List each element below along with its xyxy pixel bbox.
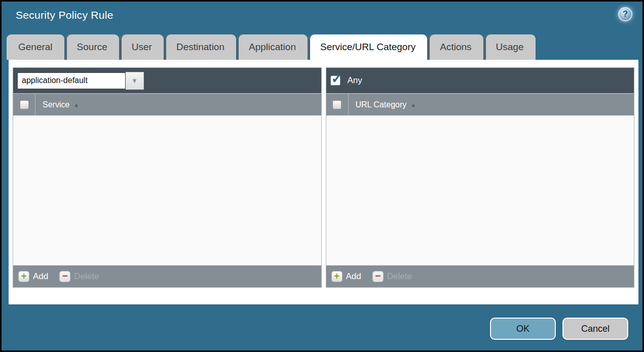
- sort-ascending-icon: ▲: [73, 102, 79, 108]
- check-icon: ✓: [331, 72, 343, 85]
- service-type-dropdown-button[interactable]: ▼: [126, 72, 144, 90]
- minus-icon: −: [372, 271, 384, 282]
- minus-icon: −: [59, 271, 70, 282]
- security-policy-rule-dialog: Security Policy Rule ? General Source Us…: [0, 0, 644, 352]
- url-category-column-label: URL Category: [356, 100, 407, 109]
- url-category-column-sort[interactable]: URL Category ▲: [356, 94, 416, 115]
- url-category-delete-button[interactable]: − Delete: [372, 271, 412, 282]
- url-category-any-label: Any: [348, 75, 362, 86]
- url-category-panel-footer: + Add − Delete: [326, 265, 634, 287]
- url-category-add-label: Add: [346, 271, 361, 282]
- service-table-header: ✓ Service ▲: [13, 93, 321, 115]
- service-panel-footer: + Add − Delete: [13, 265, 321, 287]
- service-delete-button[interactable]: − Delete: [59, 271, 99, 282]
- service-column-label: Service: [43, 100, 69, 109]
- url-category-table-header: ✓ URL Category ▲: [326, 93, 634, 115]
- url-category-header-checkbox-cell: ✓: [326, 94, 349, 115]
- tab-user[interactable]: User: [120, 34, 164, 60]
- title-bar: Security Policy Rule ?: [2, 2, 642, 33]
- url-category-add-button[interactable]: + Add: [331, 271, 361, 282]
- tab-usage[interactable]: Usage: [484, 34, 536, 60]
- service-panel-toolbar: ▼: [13, 68, 321, 93]
- help-icon[interactable]: ?: [618, 7, 632, 21]
- cancel-button[interactable]: Cancel: [562, 318, 628, 340]
- plus-icon: +: [18, 271, 29, 282]
- sort-ascending-icon: ▲: [410, 102, 416, 108]
- url-category-select-all-checkbox[interactable]: ✓: [332, 100, 342, 109]
- dialog-button-row: OK Cancel: [490, 318, 628, 340]
- ok-button[interactable]: OK: [490, 318, 556, 340]
- service-list-body: [13, 115, 321, 265]
- url-category-list-body: [326, 115, 634, 265]
- service-delete-label: Delete: [74, 271, 99, 282]
- service-add-label: Add: [33, 271, 48, 282]
- url-category-delete-label: Delete: [387, 271, 412, 282]
- chevron-down-icon: ▼: [131, 77, 138, 85]
- service-add-button[interactable]: + Add: [18, 271, 48, 282]
- dialog-title: Security Policy Rule: [16, 9, 113, 21]
- service-panel: ▼ ✓ Service ▲ +: [13, 67, 322, 288]
- tab-content-service-url-category: ▼ ✓ Service ▲ +: [9, 60, 638, 304]
- service-column-sort[interactable]: Service ▲: [43, 94, 79, 115]
- tab-destination[interactable]: Destination: [165, 34, 236, 60]
- tab-service-url-category[interactable]: Service/URL Category: [309, 34, 427, 60]
- plus-icon: +: [331, 271, 343, 282]
- question-mark-glyph: ?: [623, 9, 628, 19]
- tab-general[interactable]: General: [7, 34, 64, 60]
- service-header-checkbox-cell: ✓: [13, 94, 35, 115]
- service-select-all-checkbox[interactable]: ✓: [20, 100, 29, 109]
- tab-actions[interactable]: Actions: [428, 34, 483, 60]
- tab-application[interactable]: Application: [237, 34, 308, 60]
- tab-bar: General Source User Destination Applicat…: [7, 34, 537, 60]
- url-category-panel-toolbar: ✓ Any: [326, 68, 634, 93]
- tab-source[interactable]: Source: [65, 34, 119, 60]
- url-category-any-checkbox[interactable]: ✓: [330, 75, 340, 86]
- service-type-input[interactable]: [17, 72, 126, 89]
- url-category-panel: ✓ Any ✓ URL Category ▲ +: [326, 67, 635, 288]
